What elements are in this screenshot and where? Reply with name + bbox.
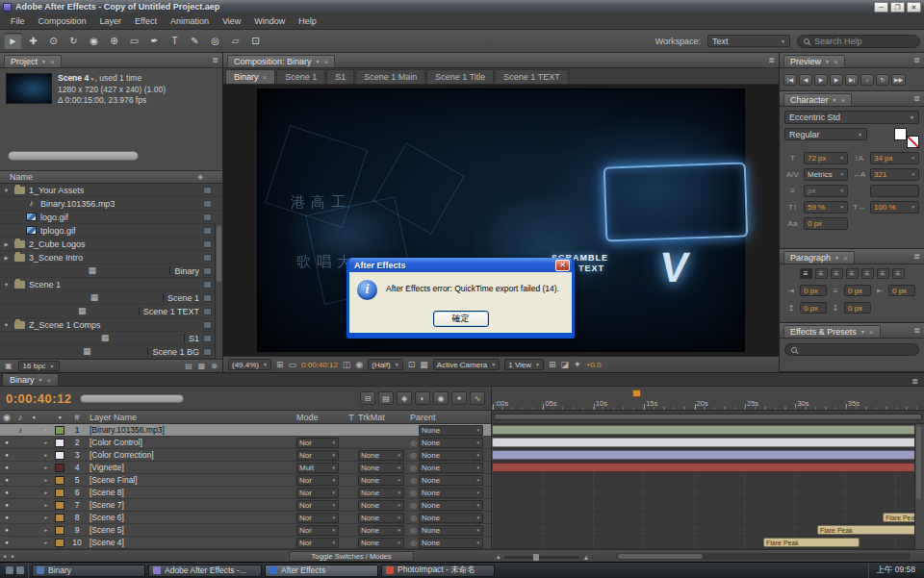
layer-row[interactable]: ●▸4[Vignette]MultNone◎None — [0, 462, 491, 474]
layer-row[interactable]: ●▸10[Scene 4]NorNone◎None — [0, 537, 491, 549]
vertical-scale-select[interactable]: 59 % — [804, 201, 848, 214]
horizontal-scale-select[interactable]: 100 % — [870, 201, 919, 214]
layer-row[interactable]: ●▸5[Scene Final]NorNone◎None — [0, 474, 491, 487]
layer-row[interactable]: ♪▸1[Binary.101356.mp3]◎None — [0, 424, 491, 437]
timeline-track[interactable] — [492, 437, 914, 449]
region-of-interest-icon[interactable]: ⊡ — [408, 360, 416, 369]
project-item[interactable]: ▼Scene 1 — [0, 278, 222, 291]
parent-select[interactable]: None — [419, 525, 483, 536]
align-center-button[interactable]: ≡ — [815, 268, 828, 279]
brainstorm-icon[interactable]: ✦ — [451, 391, 467, 405]
layer-color-swatch[interactable] — [52, 489, 67, 497]
project-item[interactable]: ♪Binary.101356.mp3 — [0, 197, 222, 211]
timeline-track[interactable] — [492, 499, 914, 512]
visibility-toggle[interactable]: ● — [0, 465, 13, 470]
visibility-toggle[interactable]: ● — [0, 452, 13, 458]
parent-pickwhip-icon[interactable]: ◎ — [410, 489, 417, 497]
taskbar-button[interactable]: Binary — [32, 565, 145, 577]
layer-expander-icon[interactable]: ▸ — [40, 527, 52, 533]
project-item[interactable]: ▼1_Your Assets — [0, 184, 222, 197]
toggle-switches-modes-button[interactable]: Toggle Switches / Modes — [289, 551, 414, 562]
menu-window[interactable]: Window — [247, 14, 292, 28]
safe-areas-icon[interactable]: ⊞ — [276, 360, 284, 369]
mask-visibility-icon[interactable]: ▭ — [289, 360, 297, 369]
hand-tool-icon[interactable]: ✚ — [24, 33, 42, 49]
blend-mode-select[interactable]: Nor — [296, 500, 339, 511]
snapshot-icon[interactable]: ◫ — [343, 360, 351, 369]
loop-button[interactable]: ↻ — [876, 74, 889, 86]
timeline-track[interactable] — [492, 462, 914, 474]
new-composition-icon[interactable]: ▦ — [198, 362, 206, 370]
parent-pickwhip-icon[interactable]: ◎ — [410, 439, 417, 447]
puppet-pin-tool-icon[interactable]: ⊡ — [246, 33, 265, 49]
layer-color-swatch[interactable] — [52, 439, 67, 447]
audio-toggle[interactable]: ♪ — [13, 425, 27, 435]
baseline-shift-select[interactable]: 0 px — [804, 217, 848, 230]
layer-duration-bar[interactable]: Flare Peak — [883, 513, 914, 522]
selection-tool-icon[interactable]: ► — [4, 33, 22, 49]
parent-pickwhip-icon[interactable]: ◎ — [410, 539, 417, 547]
layer-duration-bar[interactable] — [492, 463, 914, 472]
brush-tool-icon[interactable]: ✎ — [186, 33, 204, 49]
comp-tab-scene-1-title[interactable]: Scene 1 Title — [426, 69, 494, 84]
clone-stamp-tool-icon[interactable]: ◎ — [206, 33, 224, 49]
justify-last-right-button[interactable]: ≡ — [877, 268, 889, 279]
panel-menu-icon[interactable]: ≣ — [913, 326, 920, 335]
parent-pickwhip-icon[interactable]: ◎ — [410, 501, 417, 510]
last-frame-button[interactable]: ▶| — [845, 74, 859, 86]
current-time-display[interactable]: 0:00:40:12 — [6, 391, 72, 406]
timeline-columns-header[interactable]: ◉ ♪ ▪ ▪ # Layer Name Mode T TrkMat Paren… — [0, 411, 491, 423]
frame-blending-icon[interactable]: ◐ — [415, 391, 430, 405]
visibility-toggle[interactable]: ● — [0, 502, 13, 508]
track-matte-select[interactable]: None — [358, 538, 404, 548]
track-matte-select[interactable]: None — [358, 525, 404, 536]
indent-right-field[interactable]: 0 px — [888, 285, 915, 296]
justify-last-center-button[interactable]: ≡ — [861, 268, 874, 279]
zoom-tool-icon[interactable]: ⊙ — [44, 33, 63, 49]
ok-button[interactable]: 確定 — [433, 311, 489, 327]
project-columns-header[interactable]: Name◆ — [0, 170, 222, 184]
visibility-toggle[interactable]: ● — [0, 527, 13, 533]
comp-tab-binary[interactable]: Binary× — [225, 69, 275, 84]
restore-button[interactable]: ❐ — [890, 2, 905, 13]
folder-expand-icon[interactable]: ▼ — [2, 188, 11, 193]
tab-composition[interactable]: Composition: Binary▼× — [227, 55, 335, 67]
align-right-button[interactable]: ≡ — [831, 268, 843, 279]
type-tool-icon[interactable]: T — [166, 33, 184, 49]
show-channel-icon[interactable]: ◉ — [355, 360, 363, 369]
layer-expander-icon[interactable]: ▸ — [40, 477, 52, 483]
layer-name[interactable]: [Scene 8] — [87, 488, 296, 497]
minimize-button[interactable]: ─ — [874, 2, 888, 13]
panel-menu-icon[interactable]: ≣ — [911, 377, 922, 386]
project-item[interactable]: ▦Binary — [0, 264, 222, 278]
visibility-toggle[interactable]: ● — [0, 540, 13, 545]
parent-select[interactable]: None — [419, 425, 483, 436]
timeline-track[interactable]: Flare Peak — [492, 537, 914, 549]
comp-tab-scene-1[interactable]: Scene 1 — [276, 69, 325, 84]
kerning-select[interactable]: Metrics — [804, 168, 848, 181]
project-item[interactable]: ▶2_Cube Logos — [0, 238, 222, 251]
audio-toggle-button[interactable]: ♪ — [860, 74, 874, 86]
camera-tool-icon[interactable]: ◉ — [85, 33, 103, 49]
comp-tab-s1[interactable]: S1 — [326, 69, 354, 84]
eraser-tool-icon[interactable]: ▱ — [226, 33, 244, 49]
menu-file[interactable]: File — [4, 14, 32, 28]
panel-menu-icon[interactable]: ≣ — [913, 56, 920, 64]
project-bit-depth-button[interactable]: 16 bpc — [18, 361, 60, 371]
track-matte-select[interactable]: None — [358, 450, 404, 461]
layer-color-swatch[interactable] — [52, 464, 67, 472]
folder-expand-icon[interactable]: ▼ — [2, 322, 11, 328]
panel-menu-icon[interactable]: ≣ — [913, 94, 920, 103]
taskbar-clock[interactable]: 上午 09:58 — [876, 565, 915, 576]
previous-frame-button[interactable]: ◀ — [799, 74, 812, 86]
fill-stroke-swatches[interactable] — [894, 128, 919, 148]
view-layout-select[interactable]: 1 View — [504, 359, 544, 370]
layer-name[interactable]: [Scene 4] — [87, 538, 296, 547]
layer-expander-icon[interactable]: ▸ — [40, 452, 52, 458]
quick-launch-icon[interactable] — [6, 566, 13, 574]
parent-pickwhip-icon[interactable]: ◎ — [410, 464, 417, 472]
window-titlebar[interactable]: Adobe After Effects - Copy of Untitled P… — [0, 0, 924, 13]
indent-left-field[interactable]: 0 px — [800, 285, 827, 296]
comp-tab-scene-1-text[interactable]: Scene 1 TEXT — [495, 69, 568, 84]
visibility-toggle[interactable]: ● — [0, 477, 13, 483]
